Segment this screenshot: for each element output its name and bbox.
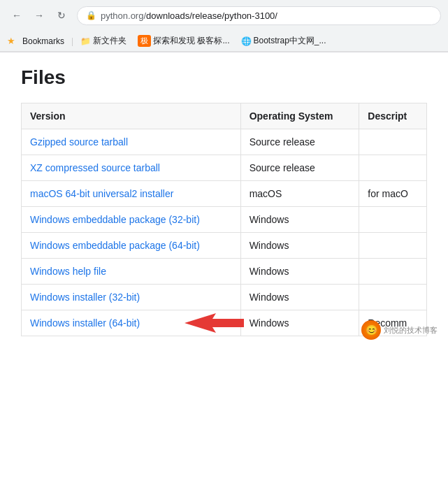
star-icon: ★: [7, 36, 15, 46]
file-link[interactable]: XZ compressed source tarball: [30, 162, 160, 173]
folder-icon: 📁: [80, 36, 91, 46]
globe-icon: 🌐: [241, 36, 252, 46]
url-text: python.org/downloads/release/python-3100…: [101, 10, 277, 21]
col-header-version: Version: [22, 103, 241, 129]
table-cell-os: Source release: [240, 155, 359, 181]
url-path: downloads/release/python-3100/: [146, 10, 277, 21]
forward-button[interactable]: →: [29, 6, 49, 25]
bookmark-separator: |: [71, 36, 73, 46]
table-row: Windows installer (32-bit)Windows: [22, 285, 427, 310]
url-scheme: python.org/: [101, 10, 146, 21]
file-link[interactable]: Windows embeddable package (32-bit): [30, 214, 200, 225]
bookmark-item-orange[interactable]: 极 探索和发现 极客标...: [133, 34, 233, 48]
table-cell-desc: [359, 155, 427, 181]
orange-icon: 极: [138, 35, 151, 47]
file-link[interactable]: Gzipped source tarball: [30, 136, 128, 148]
table-row: macOS 64-bit universal2 installermacOSfo…: [22, 181, 427, 207]
browser-chrome: ← → ↻ 🔒 python.org/downloads/release/pyt…: [0, 0, 448, 52]
bookmark-item-bootstrap[interactable]: 🌐 Bootstrap中文网_...: [237, 34, 331, 48]
table-cell-version: Windows installer (32-bit): [22, 285, 241, 310]
table-cell-os: macOS: [240, 181, 359, 207]
svg-marker-0: [185, 313, 244, 333]
table-cell-version: Gzipped source tarball: [22, 129, 241, 155]
table-cell-os: Windows: [240, 310, 359, 336]
nav-bar: ← → ↻ 🔒 python.org/downloads/release/pyt…: [0, 0, 448, 31]
table-cell-os: Windows: [240, 233, 359, 259]
file-link[interactable]: Windows installer (64-bit): [30, 317, 140, 329]
file-link[interactable]: Windows installer (32-bit): [30, 292, 140, 303]
table-cell-desc: [359, 129, 427, 155]
nav-buttons: ← → ↻: [7, 6, 71, 25]
table-cell-os: Windows: [240, 285, 359, 310]
reload-button[interactable]: ↻: [52, 6, 71, 25]
table-cell-version: Windows embeddable package (32-bit): [22, 207, 241, 233]
bookmark-item-bookmarks[interactable]: Bookmarks: [18, 35, 68, 48]
table-cell-version: Windows embeddable package (64-bit): [22, 233, 241, 259]
table-cell-desc: for macO: [359, 181, 427, 207]
files-table: Version Operating System Descript Gzippe…: [21, 103, 427, 336]
watermark-icon: 😊: [361, 320, 381, 340]
col-header-os: Operating System: [240, 103, 359, 129]
back-button[interactable]: ←: [7, 6, 27, 25]
table-cell-desc: [359, 233, 427, 259]
table-row: Windows help fileWindows: [22, 259, 427, 285]
lock-icon: 🔒: [86, 10, 96, 20]
watermark: 😊 刘悦的技术博客: [361, 320, 438, 340]
table-row: Gzipped source tarballSource release: [22, 129, 427, 155]
bookmark-item-folder[interactable]: 📁 新文件夹: [76, 34, 131, 48]
table-cell-os: Windows: [240, 259, 359, 285]
table-cell-version: Windows help file: [22, 259, 241, 285]
file-link[interactable]: Windows help file: [30, 266, 106, 277]
file-link[interactable]: macOS 64-bit universal2 installer: [30, 188, 173, 199]
red-arrow-icon: [181, 312, 244, 334]
page-content: Files Version Operating System Descript …: [0, 52, 448, 350]
table-row: Windows embeddable package (32-bit)Windo…: [22, 207, 427, 233]
table-row: XZ compressed source tarballSource relea…: [22, 155, 427, 181]
watermark-text: 刘悦的技术博客: [384, 325, 438, 336]
col-header-desc: Descript: [359, 103, 427, 129]
table-cell-version: XZ compressed source tarball: [22, 155, 241, 181]
table-row: Windows embeddable package (64-bit)Windo…: [22, 233, 427, 259]
address-bar[interactable]: 🔒 python.org/downloads/release/python-31…: [77, 6, 441, 25]
table-cell-desc: [359, 207, 427, 233]
table-cell-version: macOS 64-bit universal2 installer: [22, 181, 241, 207]
file-link[interactable]: Windows embeddable package (64-bit): [30, 240, 200, 251]
page-title: Files: [21, 66, 427, 89]
bookmarks-bar: ★ Bookmarks | 📁 新文件夹 极 探索和发现 极客标... 🌐 Bo…: [0, 31, 448, 52]
table-cell-version: Windows installer (64-bit): [22, 310, 241, 336]
table-cell-desc: [359, 259, 427, 285]
table-cell-desc: [359, 285, 427, 310]
table-cell-os: Windows: [240, 207, 359, 233]
table-cell-os: Source release: [240, 129, 359, 155]
